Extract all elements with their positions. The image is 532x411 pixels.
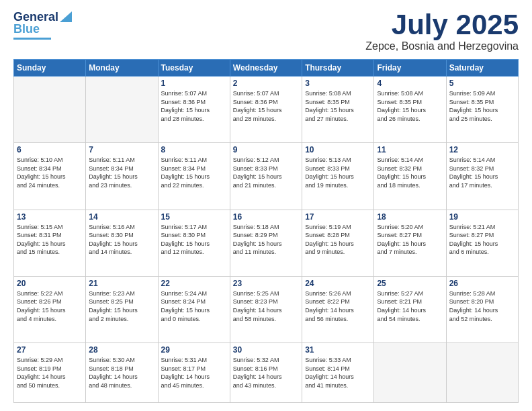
day-number: 8 [161,145,227,154]
day-number: 9 [233,145,299,154]
day-info: Sunrise: 5:14 AMSunset: 8:32 PMDaylight:… [449,156,515,189]
table-row: 31Sunrise: 5:33 AMSunset: 8:14 PMDayligh… [302,343,374,403]
day-number: 27 [17,345,83,355]
table-row [446,343,518,403]
day-number: 5 [449,79,515,88]
table-row: 20Sunrise: 5:22 AMSunset: 8:26 PMDayligh… [14,276,86,342]
day-number: 21 [89,279,154,288]
day-number: 22 [161,279,227,288]
day-number: 23 [233,279,299,288]
day-info: Sunrise: 5:08 AMSunset: 8:35 PMDaylight:… [305,89,371,123]
table-row: 8Sunrise: 5:11 AMSunset: 8:34 PMDaylight… [158,143,230,210]
day-number: 14 [89,212,154,222]
day-number: 29 [161,345,227,355]
day-info: Sunrise: 5:17 AMSunset: 8:30 PMDaylight:… [161,223,227,257]
calendar-header-row: Sunday Monday Tuesday Wednesday Thursday… [14,60,519,77]
table-row: 24Sunrise: 5:26 AMSunset: 8:22 PMDayligh… [302,276,374,342]
logo: General Blue [13,11,72,40]
col-tuesday: Tuesday [158,60,230,77]
day-number: 13 [17,212,83,222]
day-info: Sunrise: 5:26 AMSunset: 8:22 PMDaylight:… [305,289,371,323]
day-number: 15 [161,212,227,222]
table-row: 25Sunrise: 5:27 AMSunset: 8:21 PMDayligh… [374,276,446,342]
month-title: July 2025 [365,11,519,39]
table-row: 9Sunrise: 5:12 AMSunset: 8:33 PMDaylight… [230,143,302,210]
table-row [14,77,86,143]
day-info: Sunrise: 5:22 AMSunset: 8:26 PMDaylight:… [17,289,83,323]
table-row [86,77,158,143]
day-number: 28 [89,345,154,355]
table-row: 14Sunrise: 5:16 AMSunset: 8:30 PMDayligh… [86,210,158,276]
col-thursday: Thursday [302,60,374,77]
table-row: 13Sunrise: 5:15 AMSunset: 8:31 PMDayligh… [14,210,86,276]
day-info: Sunrise: 5:29 AMSunset: 8:19 PMDaylight:… [17,356,83,390]
day-info: Sunrise: 5:31 AMSunset: 8:17 PMDaylight:… [161,356,227,390]
table-row [374,343,446,403]
day-info: Sunrise: 5:18 AMSunset: 8:29 PMDaylight:… [233,223,299,257]
logo-text-blue: Blue [13,23,40,36]
header: General Blue July 2025 Zepce, Bosnia and… [13,11,519,52]
day-info: Sunrise: 5:07 AMSunset: 8:36 PMDaylight:… [233,89,299,123]
col-wednesday: Wednesday [230,60,302,77]
day-number: 18 [377,212,443,222]
day-number: 11 [377,145,443,154]
table-row: 22Sunrise: 5:24 AMSunset: 8:24 PMDayligh… [158,276,230,342]
table-row: 5Sunrise: 5:09 AMSunset: 8:35 PMDaylight… [446,77,518,143]
table-row: 10Sunrise: 5:13 AMSunset: 8:33 PMDayligh… [302,143,374,210]
day-info: Sunrise: 5:30 AMSunset: 8:18 PMDaylight:… [89,356,154,390]
day-info: Sunrise: 5:08 AMSunset: 8:35 PMDaylight:… [377,89,443,123]
title-section: July 2025 Zepce, Bosnia and Herzegovina [365,11,519,52]
table-row: 7Sunrise: 5:11 AMSunset: 8:34 PMDaylight… [86,143,158,210]
day-info: Sunrise: 5:23 AMSunset: 8:25 PMDaylight:… [89,289,154,323]
logo-icon [60,11,72,22]
table-row: 18Sunrise: 5:20 AMSunset: 8:27 PMDayligh… [374,210,446,276]
day-info: Sunrise: 5:24 AMSunset: 8:24 PMDaylight:… [161,289,227,323]
calendar: Sunday Monday Tuesday Wednesday Thursday… [13,59,519,403]
table-row: 23Sunrise: 5:25 AMSunset: 8:23 PMDayligh… [230,276,302,342]
day-info: Sunrise: 5:32 AMSunset: 8:16 PMDaylight:… [233,356,299,390]
table-row: 12Sunrise: 5:14 AMSunset: 8:32 PMDayligh… [446,143,518,210]
day-number: 20 [17,279,83,288]
location-title: Zepce, Bosnia and Herzegovina [365,40,519,52]
table-row: 3Sunrise: 5:08 AMSunset: 8:35 PMDaylight… [302,77,374,143]
day-number: 31 [305,345,371,355]
day-number: 2 [233,79,299,88]
day-number: 7 [89,145,154,154]
day-info: Sunrise: 5:25 AMSunset: 8:23 PMDaylight:… [233,289,299,323]
table-row: 27Sunrise: 5:29 AMSunset: 8:19 PMDayligh… [14,343,86,403]
table-row: 1Sunrise: 5:07 AMSunset: 8:36 PMDaylight… [158,77,230,143]
logo-underline [13,38,51,40]
day-info: Sunrise: 5:09 AMSunset: 8:35 PMDaylight:… [449,89,515,123]
day-info: Sunrise: 5:14 AMSunset: 8:32 PMDaylight:… [377,156,443,189]
table-row: 26Sunrise: 5:28 AMSunset: 8:20 PMDayligh… [446,276,518,342]
page: General Blue July 2025 Zepce, Bosnia and… [0,0,532,411]
day-number: 12 [449,145,515,154]
day-info: Sunrise: 5:07 AMSunset: 8:36 PMDaylight:… [161,89,227,123]
table-row: 29Sunrise: 5:31 AMSunset: 8:17 PMDayligh… [158,343,230,403]
day-info: Sunrise: 5:11 AMSunset: 8:34 PMDaylight:… [161,156,227,189]
col-monday: Monday [86,60,158,77]
day-info: Sunrise: 5:21 AMSunset: 8:27 PMDaylight:… [449,223,515,257]
day-info: Sunrise: 5:11 AMSunset: 8:34 PMDaylight:… [89,156,154,189]
col-sunday: Sunday [14,60,86,77]
table-row: 17Sunrise: 5:19 AMSunset: 8:28 PMDayligh… [302,210,374,276]
table-row: 2Sunrise: 5:07 AMSunset: 8:36 PMDaylight… [230,77,302,143]
day-info: Sunrise: 5:10 AMSunset: 8:34 PMDaylight:… [17,156,83,189]
day-info: Sunrise: 5:28 AMSunset: 8:20 PMDaylight:… [449,289,515,323]
table-row: 6Sunrise: 5:10 AMSunset: 8:34 PMDaylight… [14,143,86,210]
day-info: Sunrise: 5:19 AMSunset: 8:28 PMDaylight:… [305,223,371,257]
table-row: 30Sunrise: 5:32 AMSunset: 8:16 PMDayligh… [230,343,302,403]
day-number: 24 [305,279,371,288]
day-info: Sunrise: 5:27 AMSunset: 8:21 PMDaylight:… [377,289,443,323]
day-info: Sunrise: 5:33 AMSunset: 8:14 PMDaylight:… [305,356,371,390]
day-info: Sunrise: 5:13 AMSunset: 8:33 PMDaylight:… [305,156,371,189]
day-info: Sunrise: 5:16 AMSunset: 8:30 PMDaylight:… [89,223,154,257]
day-info: Sunrise: 5:20 AMSunset: 8:27 PMDaylight:… [377,223,443,257]
day-number: 19 [449,212,515,222]
svg-marker-0 [60,11,72,22]
day-number: 17 [305,212,371,222]
day-number: 4 [377,79,443,88]
table-row: 4Sunrise: 5:08 AMSunset: 8:35 PMDaylight… [374,77,446,143]
day-info: Sunrise: 5:15 AMSunset: 8:31 PMDaylight:… [17,223,83,257]
day-number: 3 [305,79,371,88]
